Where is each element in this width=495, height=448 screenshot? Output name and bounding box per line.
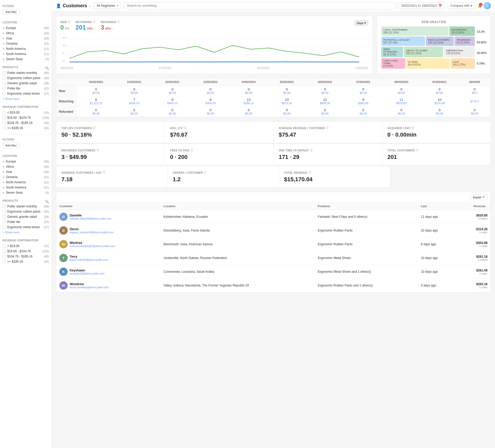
customer-email: soledad_fahey26@demo.putler.com: [70, 217, 111, 220]
revenue-checkbox[interactable]: [3, 127, 6, 130]
location-item-europe[interactable]: ► Europe (85): [3, 25, 49, 31]
product-item[interactable]: Generic granite salad (28): [3, 214, 49, 219]
location-item-oceania[interactable]: ► Oceania (21): [3, 41, 49, 46]
product-item[interactable]: Putler lite (22): [3, 86, 49, 91]
new-info-icon[interactable]: ⓘ: [68, 20, 70, 24]
revenue-item[interactable]: $104.76 - $185.16 (40): [3, 120, 49, 125]
top20-info-icon[interactable]: ⓘ: [93, 126, 96, 130]
onetimerepeat-info-icon[interactable]: ⓘ: [310, 149, 313, 152]
avgrev-info-icon[interactable]: ⓘ: [326, 126, 329, 130]
table-header-empty: [56, 78, 77, 86]
orderscust-info-icon[interactable]: ⓘ: [204, 171, 207, 174]
product-item[interactable]: Generic granite salad (28): [3, 81, 49, 86]
product-checkbox[interactable]: [3, 215, 6, 218]
revenue-checkbox[interactable]: [3, 121, 6, 124]
totalrev-info-icon[interactable]: ⓘ: [308, 171, 311, 174]
location-item-seven-seas[interactable]: ► Seven Seas (3): [3, 190, 49, 195]
product-checkbox[interactable]: [3, 87, 6, 90]
revenue-item[interactable]: < $19.00 (15): [3, 110, 49, 115]
customer-location: Coreneview, Louisiana, Saudi Arabia: [160, 265, 315, 279]
notifications-button[interactable]: 🔔 3: [478, 4, 482, 8]
table-header-date-1: 20/02/2021: [77, 78, 115, 86]
location-item-north-america[interactable]: ► North America (21): [3, 180, 49, 185]
customer-products: Ergonomic Rubber Pants and 1 other(s): [315, 279, 418, 292]
product-checkbox[interactable]: [3, 76, 6, 80]
date-range[interactable]: 20/02/2021 to 19/03/2021 📅: [399, 2, 445, 9]
table-header-date-7: 26/02/2021: [306, 78, 344, 86]
location-item-oceania[interactable]: ► Oceania (21): [3, 174, 49, 180]
refcust-info-icon[interactable]: ⓘ: [96, 149, 99, 152]
revenue-checkbox[interactable]: [3, 244, 6, 248]
search-input[interactable]: [124, 2, 396, 9]
refunded-info-icon[interactable]: ⓘ: [117, 20, 120, 24]
col-revenue[interactable]: Revenue ↕: [457, 202, 491, 210]
location-item-asia[interactable]: ► Asia (28): [3, 36, 49, 41]
location-item-seven-seas[interactable]: ► Seven Seas (3): [3, 57, 49, 62]
revenue-checkbox[interactable]: [3, 250, 6, 253]
col-last[interactable]: Last ↕: [418, 202, 457, 210]
rfm-champions: CHAMPIONS 29 (2.05%): [449, 26, 475, 36]
avgday-info-icon[interactable]: ⓘ: [103, 171, 105, 174]
returning-change: 10% ↓: [87, 27, 95, 30]
location-item-asia[interactable]: ► Asia (28): [3, 169, 49, 174]
revenue-item[interactable]: >= $185.16 (20): [3, 125, 49, 131]
table-header-date-6: 25/02/2021: [268, 78, 306, 86]
products-search-icon[interactable]: 🔍: [45, 66, 49, 70]
ltv-info-icon[interactable]: ⓘ: [184, 126, 187, 130]
revenue-item[interactable]: >= $185.16 (20): [3, 259, 49, 264]
product-checkbox[interactable]: [3, 82, 6, 85]
product-item[interactable]: Ergonomic rubber pants (30): [3, 209, 49, 214]
returning-info-icon[interactable]: ⓘ: [93, 20, 96, 24]
compare-with-dropdown[interactable]: Compare with ▾: [448, 2, 475, 9]
rfm-cantlose: CANT LOSE THEM 0 (0.0%): [381, 58, 405, 69]
acquired-info-icon[interactable]: ⓘ: [412, 126, 414, 130]
product-item[interactable]: Putler lite (22): [3, 219, 49, 225]
revenue-item[interactable]: $104.76 - $185.16 (40): [3, 254, 49, 259]
product-item[interactable]: Putler starter-monthly (68): [3, 70, 49, 75]
filters-title: FILTERS: [3, 5, 49, 8]
revenue-sort-icon: ↕: [486, 205, 488, 208]
revenue-checkbox[interactable]: [3, 116, 6, 119]
location-title: LOCATION: [3, 21, 49, 24]
product-item[interactable]: Ergonomic rubber pants (30): [3, 75, 49, 81]
totalcust-info-icon[interactable]: ⓘ: [416, 149, 419, 152]
line-chart: 15 10 5 0: [60, 34, 368, 65]
product-checkbox[interactable]: [3, 226, 6, 229]
customer-avatar: W: [59, 281, 68, 290]
product-item[interactable]: Ergonomic metal shoes (17): [3, 225, 49, 230]
customer-last: 5 days ago: [418, 279, 457, 292]
product-item[interactable]: Putler starter-monthly (68): [3, 204, 49, 209]
table-row: T Terry alanis.miller96@demo.putler.com …: [56, 251, 491, 265]
revenue-item[interactable]: $19.00 - $104.76 (125): [3, 115, 49, 120]
location-arrow-icon: ►: [3, 58, 5, 60]
products-search-icon-2[interactable]: 🔍: [45, 200, 49, 204]
product-checkbox[interactable]: [3, 205, 6, 208]
location-item-south-america[interactable]: ► South America (11): [3, 185, 49, 190]
revenue-checkbox[interactable]: [3, 111, 6, 114]
location-item-africa[interactable]: ► Africa (30): [3, 164, 49, 169]
show-more-button-2[interactable]: + Show more: [3, 230, 49, 235]
location-item-europe[interactable]: ► Europe (85): [3, 159, 49, 164]
location-item-south-america[interactable]: ► South America (11): [3, 51, 49, 57]
segments-dropdown[interactable]: All Segments ▾: [94, 2, 121, 9]
product-checkbox[interactable]: [3, 220, 6, 223]
freepaid-info-icon[interactable]: ⓘ: [190, 149, 193, 152]
days-button[interactable]: Days ▾: [355, 20, 368, 26]
product-checkbox[interactable]: [3, 71, 6, 74]
add-filter-button-2[interactable]: Add filter: [3, 143, 19, 148]
add-filter-button[interactable]: Add filter: [3, 9, 19, 15]
location-item-africa[interactable]: ► Africa (30): [3, 31, 49, 36]
show-more-button-1[interactable]: + Show more: [3, 96, 49, 101]
customer-location: Kshlerinview, Alabama, Ecuador: [160, 210, 315, 224]
user-avatar[interactable]: U: [484, 2, 491, 9]
product-checkbox[interactable]: [3, 210, 6, 213]
product-checkbox[interactable]: [3, 92, 6, 95]
revenue-checkbox[interactable]: [3, 260, 6, 263]
revenue-checkbox[interactable]: [3, 255, 6, 258]
revenue-item[interactable]: $19.00 - $104.76 (125): [3, 249, 49, 254]
product-item[interactable]: Ergonomic metal shoes (17): [3, 91, 49, 96]
export-button[interactable]: Export ↗: [470, 194, 487, 200]
revenue-item[interactable]: < $19.00 (15): [3, 243, 49, 249]
location-item-north-america[interactable]: ► North America (21): [3, 46, 49, 51]
svg-text:5: 5: [62, 52, 65, 55]
